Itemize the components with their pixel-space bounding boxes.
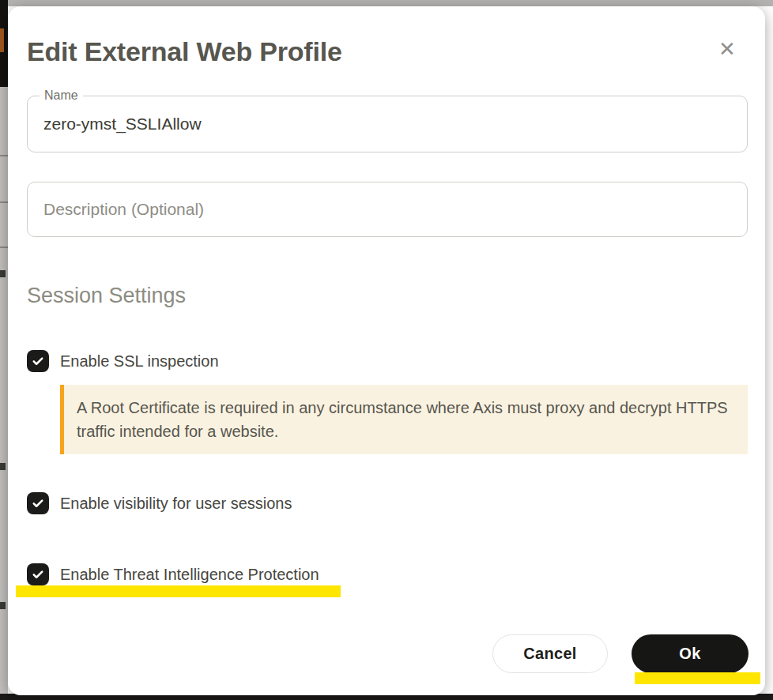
background-row-divider	[0, 201, 8, 203]
name-field: Name	[27, 96, 748, 152]
background-row-divider	[0, 155, 8, 156]
dialog-title: Edit External Web Profile	[27, 36, 748, 67]
info-note-text: A Root Certificate is required in any ci…	[77, 399, 728, 440]
checkbox-label: Enable visibility for user sessions	[60, 495, 292, 513]
cancel-button[interactable]: Cancel	[492, 634, 608, 673]
close-icon: ✕	[718, 37, 736, 61]
checkbox-label: Enable Threat Intelligence Protection	[60, 566, 319, 584]
background-text-fragment	[0, 270, 6, 277]
checkbox-checked[interactable]	[27, 563, 49, 585]
name-input[interactable]	[28, 96, 747, 152]
dialog-footer: Cancel Ok	[492, 634, 748, 673]
checkbox-label: Enable SSL inspection	[60, 352, 219, 371]
description-input[interactable]	[28, 183, 747, 236]
checkbox-row-enable-user-session-visibility[interactable]: Enable visibility for user sessions	[27, 492, 748, 514]
session-settings-heading: Session Settings	[27, 283, 748, 308]
background-logo-fragment	[0, 28, 4, 52]
checkbox-row-enable-ssl-inspection[interactable]: Enable SSL inspection	[27, 350, 748, 372]
background-top-strip	[0, 0, 773, 6]
checkbox-checked[interactable]	[27, 492, 49, 514]
name-field-label: Name	[40, 88, 83, 103]
background-text-fragment	[0, 602, 6, 609]
description-field	[27, 182, 748, 237]
page: { "modal": { "title": "Edit External Web…	[0, 0, 773, 700]
close-button[interactable]: ✕	[713, 35, 741, 63]
checkbox-row-enable-threat-intelligence-protection[interactable]: Enable Threat Intelligence Protection	[27, 563, 748, 585]
checkmark-icon	[31, 567, 45, 581]
background-text-fragment	[0, 463, 6, 470]
background-left-strip	[0, 87, 8, 694]
checkmark-icon	[31, 354, 45, 368]
annotation-highlight-ok-button	[635, 672, 760, 684]
background-row-divider	[0, 247, 8, 248]
root-certificate-info-note: A Root Certificate is required in any ci…	[60, 385, 748, 454]
ok-button[interactable]: Ok	[632, 634, 748, 673]
checkmark-icon	[31, 496, 45, 510]
annotation-highlight-threat-intelligence	[16, 585, 341, 597]
checkbox-checked[interactable]	[27, 350, 49, 372]
